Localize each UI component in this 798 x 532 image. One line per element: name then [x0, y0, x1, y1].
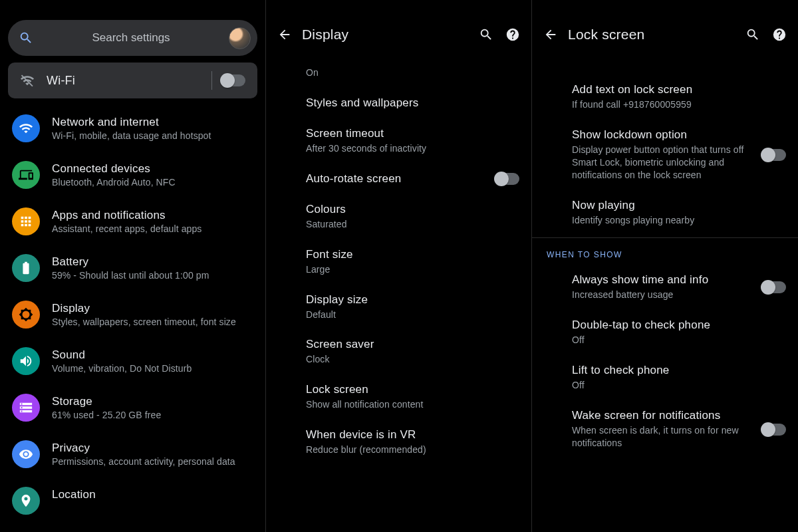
row-title: Lift to check phone — [572, 364, 783, 377]
wifi-toggle[interactable] — [221, 74, 245, 86]
toggle-switch[interactable] — [762, 149, 786, 161]
settings-row-sound[interactable]: SoundVolume, vibration, Do Not Disturb — [0, 338, 265, 384]
wifi-off-icon — [20, 73, 40, 88]
settings-row-brightness[interactable]: DisplayStyles, wallpapers, screen timeou… — [0, 291, 265, 338]
divider — [211, 71, 212, 90]
display-settings-pane: Display OnStyles and wallpapersScreen ti… — [266, 0, 532, 532]
row-subtitle: 59% - Should last until about 1:00 pm — [52, 270, 209, 281]
row-title: Storage — [52, 395, 161, 408]
settings-row-apps[interactable]: Apps and notificationsAssistant, recent … — [0, 198, 265, 245]
setting-row[interactable]: Show lockdown optionDisplay power button… — [532, 120, 798, 190]
toggle-switch[interactable] — [762, 281, 786, 293]
lockscreen-settings-pane: Lock screen Add text on lock screenIf fo… — [532, 0, 798, 532]
row-subtitle: Identify songs playing nearby — [572, 214, 783, 227]
header-bar: Display — [266, 13, 531, 56]
settings-row-privacy[interactable]: PrivacyPermissions, account activity, pe… — [0, 431, 265, 477]
row-title: When device is in VR — [306, 428, 517, 442]
setting-row[interactable]: Screen timeoutAfter 30 seconds of inacti… — [266, 118, 531, 164]
row-subtitle: Saturated — [306, 218, 517, 231]
row-title: Always show time and info — [572, 273, 783, 287]
row-title: Display size — [306, 293, 517, 307]
row-subtitle: Bluetooth, Android Auto, NFC — [52, 177, 176, 188]
row-title: Battery — [52, 255, 209, 269]
row-title: Screen timeout — [306, 127, 517, 140]
search-button[interactable] — [739, 21, 766, 48]
brightness-icon — [12, 301, 40, 329]
header-bar: Lock screen — [532, 13, 798, 56]
setting-row[interactable]: Wake screen for notificationsWhen screen… — [532, 400, 798, 458]
back-button[interactable] — [271, 21, 298, 48]
settings-row-battery[interactable]: Battery59% - Should last until about 1:0… — [0, 245, 265, 291]
row-title: Network and internet — [52, 116, 211, 129]
row-title: Styles and wallpapers — [306, 96, 517, 110]
setting-row[interactable]: Display sizeDefault — [266, 285, 531, 330]
row-subtitle: Clock — [306, 353, 517, 366]
battery-icon — [12, 254, 40, 282]
row-title: Sound — [52, 348, 192, 362]
row-subtitle: Styles, wallpapers, screen timeout, font… — [52, 317, 236, 327]
settings-row-location[interactable]: Location — [0, 477, 265, 524]
row-subtitle: Assistant, recent apps, default apps — [52, 223, 201, 234]
row-title: Display — [52, 302, 236, 315]
account-avatar[interactable] — [229, 27, 251, 49]
settings-list: Network and internetWi-Fi, mobile, data … — [0, 105, 265, 524]
row-title: Add text on lock screen — [572, 83, 783, 96]
setting-row[interactable]: Lift to check phoneOff — [532, 355, 798, 400]
search-placeholder: Search settings — [33, 31, 229, 45]
setting-row[interactable]: Auto-rotate screen — [266, 164, 531, 194]
setting-row[interactable]: When device is in VRReduce blur (recomme… — [266, 420, 531, 465]
row-subtitle: Display power button option that turns o… — [572, 144, 783, 182]
row-title: Privacy — [52, 442, 235, 455]
row-title: Double-tap to check phone — [572, 319, 783, 332]
search-button[interactable] — [473, 21, 499, 48]
location-icon — [12, 487, 40, 515]
row-subtitle: Volume, vibration, Do Not Disturb — [52, 363, 192, 374]
settings-row-devices[interactable]: Connected devicesBluetooth, Android Auto… — [0, 152, 265, 198]
toggle-switch[interactable] — [762, 424, 786, 436]
devices-icon — [12, 161, 40, 189]
display-settings-list: OnStyles and wallpapersScreen timeoutAft… — [266, 56, 531, 465]
setting-row[interactable]: On — [266, 56, 531, 88]
row-subtitle: 61% used - 25.20 GB free — [52, 410, 161, 420]
row-title: Show lockdown option — [572, 128, 783, 142]
search-bar[interactable]: Search settings — [8, 20, 257, 56]
wifi-quick-tile[interactable]: Wi-Fi — [8, 63, 257, 98]
row-subtitle: Increased battery usage — [572, 289, 783, 301]
row-subtitle: Large — [306, 263, 517, 276]
row-title: Location — [52, 488, 96, 501]
row-subtitle: Default — [306, 309, 517, 321]
row-title: Lock screen — [306, 383, 517, 396]
row-title: Font size — [306, 248, 517, 261]
privacy-icon — [12, 440, 40, 468]
toggle-switch[interactable] — [495, 173, 519, 185]
lockscreen-list-b: Always show time and infoIncreased batte… — [532, 265, 798, 458]
row-subtitle: Reduce blur (recommended) — [306, 444, 517, 456]
setting-row[interactable]: Always show time and infoIncreased batte… — [532, 265, 798, 310]
wifi-icon — [12, 114, 40, 142]
row-title: Wake screen for notifications — [572, 409, 783, 422]
setting-row[interactable]: Add text on lock screenIf found call +91… — [532, 74, 798, 120]
row-subtitle: After 30 seconds of inactivity — [306, 142, 517, 155]
lockscreen-list-a: Add text on lock screenIf found call +91… — [532, 74, 798, 235]
sound-icon — [12, 347, 40, 375]
apps-icon — [12, 207, 40, 235]
row-title: Screen saver — [306, 338, 517, 351]
setting-row[interactable]: Font sizeLarge — [266, 239, 531, 285]
help-button[interactable] — [766, 21, 793, 48]
setting-row[interactable]: Styles and wallpapers — [266, 88, 531, 118]
back-button[interactable] — [537, 21, 564, 48]
setting-row[interactable]: Now playingIdentify songs playing nearby — [532, 190, 798, 235]
settings-row-wifi[interactable]: Network and internetWi-Fi, mobile, data … — [0, 105, 265, 152]
setting-row[interactable]: Screen saverClock — [266, 329, 531, 374]
help-button[interactable] — [499, 21, 526, 48]
settings-row-storage[interactable]: Storage61% used - 25.20 GB free — [0, 384, 265, 431]
storage-icon — [12, 394, 40, 422]
row-subtitle: Off — [572, 379, 783, 392]
page-title: Display — [302, 27, 473, 43]
setting-row[interactable]: Lock screenShow all notification content — [266, 374, 531, 420]
row-subtitle: Show all notification content — [306, 398, 517, 411]
setting-row[interactable]: Double-tap to check phoneOff — [532, 310, 798, 355]
row-subtitle: Off — [572, 334, 783, 346]
row-title: Now playing — [572, 199, 783, 212]
setting-row[interactable]: ColoursSaturated — [266, 194, 531, 239]
